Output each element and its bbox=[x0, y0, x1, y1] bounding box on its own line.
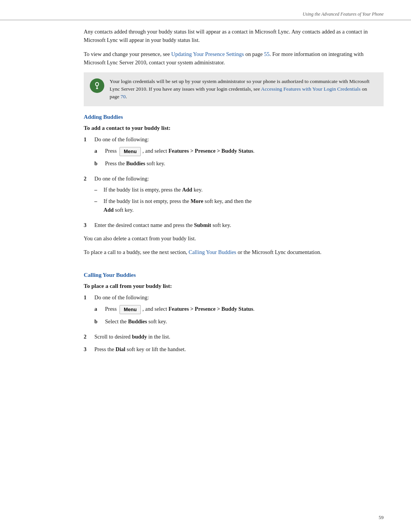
calling-step-3-bold: Dial bbox=[116, 346, 126, 352]
calling-step-1-text: Do one of the following: bbox=[94, 294, 149, 300]
calling-step-1b-prefix: Select the bbox=[105, 318, 128, 324]
calling-step-1: 1 Do one of the following: a Press Menu,… bbox=[84, 293, 384, 329]
adding-buddies-section: Adding Buddies To add a contact to your … bbox=[84, 114, 384, 257]
note-credentials-link[interactable]: Accessing Features with Your Login Crede… bbox=[261, 86, 361, 92]
header-text: Using the Advanced Features of Your Phon… bbox=[303, 11, 384, 17]
intro-presence-link[interactable]: Updating Your Presence Settings bbox=[171, 51, 244, 57]
page-container: Using the Advanced Features of Your Phon… bbox=[0, 0, 411, 532]
top-rule bbox=[0, 20, 411, 20]
step-1b-prefix: Press the bbox=[105, 160, 126, 166]
step-1-content: Do one of the following: a Press Menu, a… bbox=[94, 135, 384, 171]
calling-step-2-bold: buddy bbox=[132, 334, 147, 340]
calling-step-1-sub: a Press Menu, and select Features > Pres… bbox=[94, 305, 384, 326]
adding-buddies-subheading: To add a contact to your buddy list: bbox=[84, 125, 384, 131]
step-2a-suffix: key. bbox=[192, 187, 202, 193]
calling-step-1a-letter: a bbox=[94, 305, 101, 314]
calling-step-3-content: Press the Dial soft key or lift the hand… bbox=[94, 345, 384, 353]
step-2b-content: If the buddy list is not empty, press th… bbox=[104, 197, 252, 214]
step-1: 1 Do one of the following: a Press Menu,… bbox=[84, 135, 384, 171]
note-page-link[interactable]: 70 bbox=[121, 94, 126, 99]
calling-buddies-subheading: To place a call from your buddy list: bbox=[84, 283, 384, 289]
calling-step-1-content: Do one of the following: a Press Menu, a… bbox=[94, 293, 384, 329]
calling-step-1-num: 1 bbox=[84, 293, 91, 329]
calling-step-3-suffix: soft key or lift the handset. bbox=[125, 346, 186, 352]
step-2b-bold: More bbox=[191, 198, 204, 204]
step-3-bold: Submit bbox=[194, 222, 211, 228]
calling-buddies-section: Calling Your Buddies To place a call fro… bbox=[84, 272, 384, 354]
intro-para2-middle: on page bbox=[244, 51, 264, 57]
page-number: 59 bbox=[379, 514, 384, 521]
page-header: Using the Advanced Features of Your Phon… bbox=[303, 11, 384, 17]
step-1b-bold: Buddies bbox=[126, 160, 145, 166]
step-1b-suffix: soft key. bbox=[145, 160, 166, 166]
calling-buddies-link[interactable]: Calling Your Buddies bbox=[188, 249, 236, 255]
calling-step-3-num: 3 bbox=[84, 345, 91, 353]
step-3-suffix: soft key. bbox=[211, 222, 231, 228]
step-1-num: 1 bbox=[84, 135, 91, 171]
calling-step-3: 3 Press the Dial soft key or lift the ha… bbox=[84, 345, 384, 353]
intro-page-link[interactable]: 55 bbox=[264, 51, 270, 57]
step-2-content: Do one of the following: – If the buddy … bbox=[94, 174, 384, 217]
section-gap bbox=[84, 262, 384, 269]
calling-step-1a-content: Press Menu, and select Features > Presen… bbox=[105, 305, 255, 314]
menu-button-1: Menu bbox=[119, 147, 141, 156]
calling-step-2-prefix: Scroll to desired bbox=[94, 334, 132, 340]
menu-button-2: Menu bbox=[119, 305, 141, 314]
note-icon bbox=[90, 78, 104, 93]
step-1a-prefix: Press bbox=[105, 148, 118, 154]
calling-step-1b: b Select the Buddies soft key. bbox=[94, 317, 384, 326]
intro-para2-prefix: To view and change your presence, see bbox=[84, 51, 171, 57]
adding-note2: To place a call to a buddy, see the next… bbox=[84, 248, 384, 256]
adding-buddies-list: 1 Do one of the following: a Press Menu,… bbox=[84, 135, 384, 230]
note-text: Your login credentials will be set up by… bbox=[110, 78, 378, 101]
calling-step-2-num: 2 bbox=[84, 332, 91, 341]
step-2b: – If the buddy list is not empty, press … bbox=[94, 197, 384, 214]
step-2-num: 2 bbox=[84, 174, 91, 217]
calling-step-2-suffix: in the list. bbox=[147, 334, 170, 340]
step-1-text: Do one of the following: bbox=[94, 136, 149, 142]
step-3-num: 3 bbox=[84, 221, 91, 229]
calling-step-3-prefix: Press the bbox=[94, 346, 116, 352]
calling-buddies-list: 1 Do one of the following: a Press Menu,… bbox=[84, 293, 384, 354]
step-1a-letter: a bbox=[94, 147, 101, 156]
step-1b: b Press the Buddies soft key. bbox=[94, 159, 384, 168]
step-1-sub: a Press Menu, and select Features > Pres… bbox=[94, 147, 384, 168]
calling-step-1b-bold: Buddies bbox=[128, 318, 147, 324]
calling-buddies-heading: Calling Your Buddies bbox=[84, 272, 384, 278]
step-3-content: Enter the desired contact name and press… bbox=[94, 221, 384, 229]
adding-buddies-heading: Adding Buddies bbox=[84, 114, 384, 120]
calling-step-1a: a Press Menu, and select Features > Pres… bbox=[94, 305, 384, 314]
note-box: Your login credentials will be set up by… bbox=[84, 72, 384, 106]
adding-note1: You can also delete a contact from your … bbox=[84, 234, 384, 243]
calling-step-1b-suffix: soft key. bbox=[147, 318, 167, 324]
svg-point-1 bbox=[96, 83, 98, 85]
step-3: 3 Enter the desired contact name and pre… bbox=[84, 221, 384, 229]
calling-step-2-content: Scroll to desired buddy in the list. bbox=[94, 332, 384, 341]
step-2a-content: If the buddy list is empty, press the Ad… bbox=[104, 185, 202, 194]
calling-step-2: 2 Scroll to desired buddy in the list. bbox=[84, 332, 384, 341]
step-2a-dash: – bbox=[94, 185, 100, 194]
step-2b-middle: soft key, and then the bbox=[203, 198, 252, 204]
pin-icon bbox=[93, 81, 101, 90]
step-2b-dash: – bbox=[94, 197, 100, 214]
adding-note2-suffix: or the Microsoft Lync documentation. bbox=[236, 249, 322, 255]
step-1a-content: Press Menu, and select Features > Presen… bbox=[105, 147, 255, 156]
step-2b-bold2: Add bbox=[104, 207, 114, 213]
note-text-suffix: . bbox=[126, 94, 127, 99]
step-2a-prefix: If the buddy list is empty, press the bbox=[104, 187, 182, 193]
step-1b-content: Press the Buddies soft key. bbox=[105, 159, 165, 168]
step-2-sub: – If the buddy list is empty, press the … bbox=[94, 185, 384, 214]
calling-step-1b-letter: b bbox=[94, 317, 101, 326]
step-3-prefix: Enter the desired contact name and press… bbox=[94, 222, 194, 228]
step-2b-suffix: soft key. bbox=[114, 207, 134, 213]
adding-note2-prefix: To place a call to a buddy, see the next… bbox=[84, 249, 188, 255]
step-2: 2 Do one of the following: – If the budd… bbox=[84, 174, 384, 217]
step-1a: a Press Menu, and select Features > Pres… bbox=[94, 147, 384, 156]
step-2b-prefix: If the buddy list is not empty, press th… bbox=[104, 198, 191, 204]
step-2a-bold: Add bbox=[182, 187, 192, 193]
svg-rect-2 bbox=[97, 86, 97, 88]
intro-para1: Any contacts added through your buddy st… bbox=[84, 27, 384, 45]
step-2-text: Do one of the following: bbox=[94, 176, 149, 182]
step-1a-suffix: , and select Features > Presence > Buddy… bbox=[142, 148, 255, 154]
svg-point-3 bbox=[96, 88, 98, 89]
